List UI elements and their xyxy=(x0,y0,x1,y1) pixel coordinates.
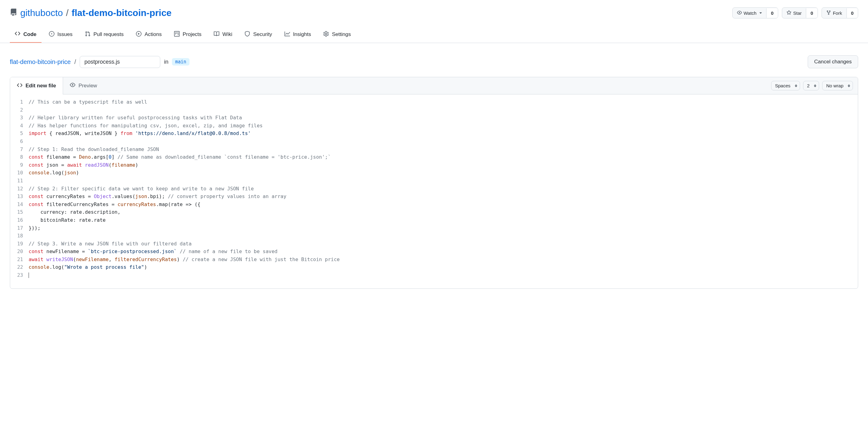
play-icon xyxy=(136,31,142,38)
repo-breadcrumb: githubocto / flat-demo-bitcoin-price xyxy=(10,8,172,18)
line-number: 17 xyxy=(10,224,29,232)
editor-toolbar: Edit new file Preview Spaces 2 No wrap xyxy=(10,77,858,94)
line-number: 1 xyxy=(10,98,29,106)
select-value: 2 xyxy=(807,83,810,88)
line-number: 7 xyxy=(10,146,29,154)
tab-insights[interactable]: Insights xyxy=(280,27,316,43)
line-number: 18 xyxy=(10,232,29,240)
repo-actions: Watch 0 Star 0 Fork 0 xyxy=(732,7,859,19)
line-number: 6 xyxy=(10,137,29,146)
indent-size-select[interactable]: 2 xyxy=(803,81,819,90)
eye-icon xyxy=(737,10,742,16)
line-number: 19 xyxy=(10,240,29,248)
line-number: 15 xyxy=(10,208,29,216)
breadcrumb-separator: / xyxy=(66,8,68,18)
tab-label: Projects xyxy=(183,31,202,37)
fork-button[interactable]: Fork 0 xyxy=(822,7,858,19)
line-number: 5 xyxy=(10,129,29,137)
filename-input[interactable] xyxy=(80,56,160,68)
tab-label: Issues xyxy=(58,31,72,37)
line-number: 16 xyxy=(10,216,29,224)
pr-icon xyxy=(85,31,90,38)
in-label: in xyxy=(164,59,168,65)
fork-label: Fork xyxy=(833,11,842,15)
tab-label: Security xyxy=(253,31,272,37)
updown-icon xyxy=(848,84,850,87)
graph-icon xyxy=(284,31,290,38)
project-icon xyxy=(174,31,180,38)
line-number: 20 xyxy=(10,248,29,256)
line-number: 22 xyxy=(10,263,29,271)
tab-pull-requests[interactable]: Pull requests xyxy=(80,27,129,43)
line-number: 4 xyxy=(10,122,29,130)
star-button[interactable]: Star 0 xyxy=(782,7,818,19)
watch-button[interactable]: Watch 0 xyxy=(732,7,778,19)
tab-actions[interactable]: Actions xyxy=(131,27,167,43)
line-number: 10 xyxy=(10,169,29,177)
tab-label: Settings xyxy=(332,31,351,37)
line-number: 3 xyxy=(10,114,29,122)
tab-code[interactable]: Code xyxy=(10,27,41,43)
chevron-down-icon xyxy=(760,12,762,14)
tab-label: Actions xyxy=(145,31,162,37)
line-number: 21 xyxy=(10,256,29,263)
fork-count: 0 xyxy=(851,11,854,15)
tab-edit-file[interactable]: Edit new file xyxy=(10,77,63,94)
tab-projects[interactable]: Projects xyxy=(169,27,207,43)
shield-icon xyxy=(245,31,250,38)
line-number: 9 xyxy=(10,161,29,169)
tab-label: Code xyxy=(23,31,37,37)
editor-box: Edit new file Preview Spaces 2 No wrap xyxy=(10,77,858,289)
code-icon xyxy=(17,83,23,90)
file-path: flat-demo-bitcoin-price / in main xyxy=(10,56,189,68)
tab-label: Insights xyxy=(293,31,311,37)
tab-issues[interactable]: Issues xyxy=(44,27,78,43)
star-label: Star xyxy=(793,11,802,15)
repo-icon xyxy=(10,8,17,18)
watch-count: 0 xyxy=(771,11,773,15)
updown-icon xyxy=(814,84,816,87)
select-value: No wrap xyxy=(826,83,843,88)
indent-mode-select[interactable]: Spaces xyxy=(771,81,800,90)
repo-header: githubocto / flat-demo-bitcoin-price Wat… xyxy=(0,0,868,19)
tab-settings[interactable]: Settings xyxy=(318,27,355,43)
updown-icon xyxy=(795,84,797,87)
path-separator: / xyxy=(74,58,76,65)
line-number: 13 xyxy=(10,192,29,200)
cursor xyxy=(29,273,29,278)
tab-label: Preview xyxy=(79,83,97,89)
line-number: 11 xyxy=(10,177,29,185)
select-value: Spaces xyxy=(775,83,790,88)
star-count: 0 xyxy=(810,11,813,15)
main-area: flat-demo-bitcoin-price / in main Cancel… xyxy=(0,43,868,307)
path-repo-link[interactable]: flat-demo-bitcoin-price xyxy=(10,58,71,65)
issue-icon xyxy=(49,31,55,38)
book-icon xyxy=(214,31,219,38)
fork-icon xyxy=(826,10,831,16)
star-icon xyxy=(786,10,792,16)
repo-owner-link[interactable]: githubocto xyxy=(20,8,63,18)
repo-nav: Code Issues Pull requests Actions Projec… xyxy=(0,27,868,43)
eye-icon xyxy=(70,82,75,89)
cancel-button[interactable]: Cancel changes xyxy=(808,55,858,68)
tab-label: Pull requests xyxy=(93,31,124,37)
line-number: 2 xyxy=(10,106,29,114)
tab-label: Edit new file xyxy=(26,83,56,89)
code-editor[interactable]: 1// This can be a typescript file as wel… xyxy=(10,94,858,288)
line-number: 14 xyxy=(10,200,29,209)
tab-security[interactable]: Security xyxy=(240,27,277,43)
repo-name-link[interactable]: flat-demo-bitcoin-price xyxy=(72,8,172,18)
line-number: 23 xyxy=(10,271,29,279)
watch-label: Watch xyxy=(744,11,757,15)
tab-preview[interactable]: Preview xyxy=(63,77,104,94)
line-number: 8 xyxy=(10,153,29,161)
branch-pill[interactable]: main xyxy=(172,58,189,65)
gear-icon xyxy=(323,31,329,38)
line-number: 12 xyxy=(10,185,29,193)
wrap-mode-select[interactable]: No wrap xyxy=(822,81,853,90)
code-icon xyxy=(15,31,20,38)
tab-label: Wiki xyxy=(222,31,232,37)
tab-wiki[interactable]: Wiki xyxy=(209,27,237,43)
